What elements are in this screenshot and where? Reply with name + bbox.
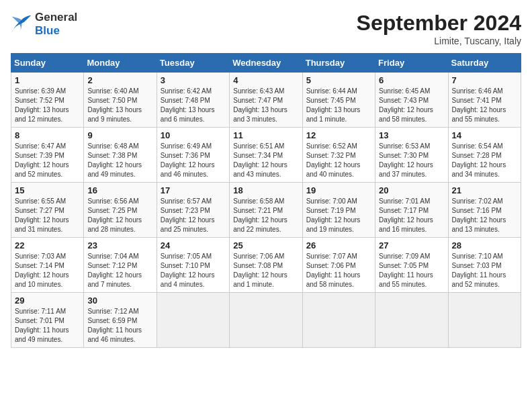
day-number: 19	[306, 185, 371, 195]
calendar-cell: 17Sunrise: 6:57 AM Sunset: 7:23 PM Dayli…	[157, 183, 229, 238]
day-number: 12	[306, 130, 371, 140]
day-info: Sunrise: 7:07 AM Sunset: 7:06 PM Dayligh…	[306, 252, 371, 289]
calendar-cell: 4Sunrise: 6:43 AM Sunset: 7:47 PM Daylig…	[230, 73, 302, 128]
logo: General Blue	[11, 11, 77, 38]
calendar-cell	[448, 293, 521, 348]
day-info: Sunrise: 7:06 AM Sunset: 7:08 PM Dayligh…	[233, 252, 298, 289]
day-info: Sunrise: 7:04 AM Sunset: 7:12 PM Dayligh…	[87, 252, 152, 289]
day-info: Sunrise: 6:45 AM Sunset: 7:43 PM Dayligh…	[379, 87, 444, 124]
calendar-cell: 16Sunrise: 6:56 AM Sunset: 7:25 PM Dayli…	[84, 183, 157, 238]
day-number: 2	[87, 75, 152, 85]
calendar-cell: 25Sunrise: 7:06 AM Sunset: 7:08 PM Dayli…	[230, 238, 302, 293]
calendar-cell: 28Sunrise: 7:10 AM Sunset: 7:03 PM Dayli…	[448, 238, 521, 293]
day-number: 14	[452, 130, 517, 140]
day-number: 11	[233, 130, 298, 140]
page-header: General Blue September 2024 Limite, Tusc…	[11, 11, 521, 46]
calendar-cell: 12Sunrise: 6:52 AM Sunset: 7:32 PM Dayli…	[302, 128, 375, 183]
day-number: 18	[233, 185, 298, 195]
day-info: Sunrise: 6:44 AM Sunset: 7:45 PM Dayligh…	[306, 87, 371, 124]
day-number: 25	[233, 240, 298, 250]
weekday-header: Sunday	[11, 54, 84, 73]
day-info: Sunrise: 7:10 AM Sunset: 7:03 PM Dayligh…	[452, 252, 517, 289]
day-number: 30	[87, 295, 152, 306]
day-info: Sunrise: 6:48 AM Sunset: 7:38 PM Dayligh…	[87, 142, 152, 179]
calendar-cell: 7Sunrise: 6:46 AM Sunset: 7:41 PM Daylig…	[448, 73, 521, 128]
calendar-cell: 2Sunrise: 6:40 AM Sunset: 7:50 PM Daylig…	[84, 73, 157, 128]
day-number: 4	[233, 75, 298, 85]
day-info: Sunrise: 6:57 AM Sunset: 7:23 PM Dayligh…	[161, 197, 226, 234]
weekday-header: Saturday	[448, 54, 521, 73]
calendar-week-row: 15Sunrise: 6:55 AM Sunset: 7:27 PM Dayli…	[11, 183, 521, 238]
day-info: Sunrise: 6:47 AM Sunset: 7:39 PM Dayligh…	[15, 142, 80, 179]
day-info: Sunrise: 7:12 AM Sunset: 6:59 PM Dayligh…	[87, 307, 152, 345]
calendar-cell: 3Sunrise: 6:42 AM Sunset: 7:48 PM Daylig…	[157, 73, 229, 128]
day-number: 7	[452, 75, 517, 85]
day-number: 20	[379, 185, 444, 195]
weekday-header: Friday	[375, 54, 448, 73]
day-number: 29	[15, 295, 80, 306]
calendar-cell	[302, 293, 375, 348]
calendar-cell: 15Sunrise: 6:55 AM Sunset: 7:27 PM Dayli…	[11, 183, 84, 238]
day-info: Sunrise: 6:51 AM Sunset: 7:34 PM Dayligh…	[233, 142, 298, 179]
calendar-cell: 27Sunrise: 7:09 AM Sunset: 7:05 PM Dayli…	[375, 238, 448, 293]
day-number: 16	[87, 185, 152, 195]
calendar-cell	[230, 293, 302, 348]
calendar-cell: 26Sunrise: 7:07 AM Sunset: 7:06 PM Dayli…	[302, 238, 375, 293]
day-info: Sunrise: 7:02 AM Sunset: 7:16 PM Dayligh…	[452, 197, 517, 234]
calendar-cell: 30Sunrise: 7:12 AM Sunset: 6:59 PM Dayli…	[84, 293, 157, 348]
day-info: Sunrise: 6:58 AM Sunset: 7:21 PM Dayligh…	[233, 197, 298, 234]
day-number: 13	[379, 130, 444, 140]
day-info: Sunrise: 7:09 AM Sunset: 7:05 PM Dayligh…	[379, 252, 444, 289]
title-block: September 2024 Limite, Tuscany, Italy	[357, 11, 521, 46]
calendar-cell: 24Sunrise: 7:05 AM Sunset: 7:10 PM Dayli…	[157, 238, 229, 293]
day-info: Sunrise: 6:49 AM Sunset: 7:36 PM Dayligh…	[161, 142, 226, 179]
day-number: 22	[15, 240, 80, 250]
day-info: Sunrise: 6:53 AM Sunset: 7:30 PM Dayligh…	[379, 142, 444, 179]
calendar-cell: 9Sunrise: 6:48 AM Sunset: 7:38 PM Daylig…	[84, 128, 157, 183]
calendar-week-row: 8Sunrise: 6:47 AM Sunset: 7:39 PM Daylig…	[11, 128, 521, 183]
calendar-cell: 8Sunrise: 6:47 AM Sunset: 7:39 PM Daylig…	[11, 128, 84, 183]
calendar-cell: 29Sunrise: 7:11 AM Sunset: 7:01 PM Dayli…	[11, 293, 84, 348]
day-info: Sunrise: 6:46 AM Sunset: 7:41 PM Dayligh…	[452, 87, 517, 124]
calendar-cell: 21Sunrise: 7:02 AM Sunset: 7:16 PM Dayli…	[448, 183, 521, 238]
day-info: Sunrise: 6:54 AM Sunset: 7:28 PM Dayligh…	[452, 142, 517, 179]
calendar-cell: 1Sunrise: 6:39 AM Sunset: 7:52 PM Daylig…	[11, 73, 84, 128]
day-info: Sunrise: 7:00 AM Sunset: 7:19 PM Dayligh…	[306, 197, 371, 234]
day-number: 17	[161, 185, 226, 195]
calendar-cell: 13Sunrise: 6:53 AM Sunset: 7:30 PM Dayli…	[375, 128, 448, 183]
day-number: 10	[161, 130, 226, 140]
day-number: 3	[161, 75, 226, 85]
day-info: Sunrise: 6:42 AM Sunset: 7:48 PM Dayligh…	[161, 87, 226, 124]
day-info: Sunrise: 7:11 AM Sunset: 7:01 PM Dayligh…	[15, 307, 80, 345]
day-number: 26	[306, 240, 371, 250]
day-number: 21	[452, 185, 517, 195]
day-number: 6	[379, 75, 444, 85]
day-number: 9	[87, 130, 152, 140]
calendar-week-row: 1Sunrise: 6:39 AM Sunset: 7:52 PM Daylig…	[11, 73, 521, 128]
day-info: Sunrise: 7:03 AM Sunset: 7:14 PM Dayligh…	[15, 252, 80, 289]
calendar-cell: 22Sunrise: 7:03 AM Sunset: 7:14 PM Dayli…	[11, 238, 84, 293]
day-info: Sunrise: 7:05 AM Sunset: 7:10 PM Dayligh…	[161, 252, 226, 289]
location-subtitle: Limite, Tuscany, Italy	[357, 36, 521, 46]
weekday-header: Wednesday	[230, 54, 302, 73]
day-number: 28	[452, 240, 517, 250]
day-number: 27	[379, 240, 444, 250]
calendar-cell: 14Sunrise: 6:54 AM Sunset: 7:28 PM Dayli…	[448, 128, 521, 183]
calendar-cell: 6Sunrise: 6:45 AM Sunset: 7:43 PM Daylig…	[375, 73, 448, 128]
day-info: Sunrise: 6:52 AM Sunset: 7:32 PM Dayligh…	[306, 142, 371, 179]
calendar-cell: 20Sunrise: 7:01 AM Sunset: 7:17 PM Dayli…	[375, 183, 448, 238]
calendar-header: SundayMondayTuesdayWednesdayThursdayFrid…	[11, 54, 521, 73]
calendar-cell: 18Sunrise: 6:58 AM Sunset: 7:21 PM Dayli…	[230, 183, 302, 238]
day-info: Sunrise: 6:39 AM Sunset: 7:52 PM Dayligh…	[15, 87, 80, 124]
calendar-cell: 11Sunrise: 6:51 AM Sunset: 7:34 PM Dayli…	[230, 128, 302, 183]
day-number: 5	[306, 75, 371, 85]
calendar-week-row: 22Sunrise: 7:03 AM Sunset: 7:14 PM Dayli…	[11, 238, 521, 293]
calendar-cell: 5Sunrise: 6:44 AM Sunset: 7:45 PM Daylig…	[302, 73, 375, 128]
day-info: Sunrise: 6:55 AM Sunset: 7:27 PM Dayligh…	[15, 197, 80, 234]
calendar-cell	[157, 293, 229, 348]
day-number: 15	[15, 185, 80, 195]
day-number: 1	[15, 75, 80, 85]
weekday-header: Monday	[84, 54, 157, 73]
calendar-cell: 10Sunrise: 6:49 AM Sunset: 7:36 PM Dayli…	[157, 128, 229, 183]
day-info: Sunrise: 7:01 AM Sunset: 7:17 PM Dayligh…	[379, 197, 444, 234]
